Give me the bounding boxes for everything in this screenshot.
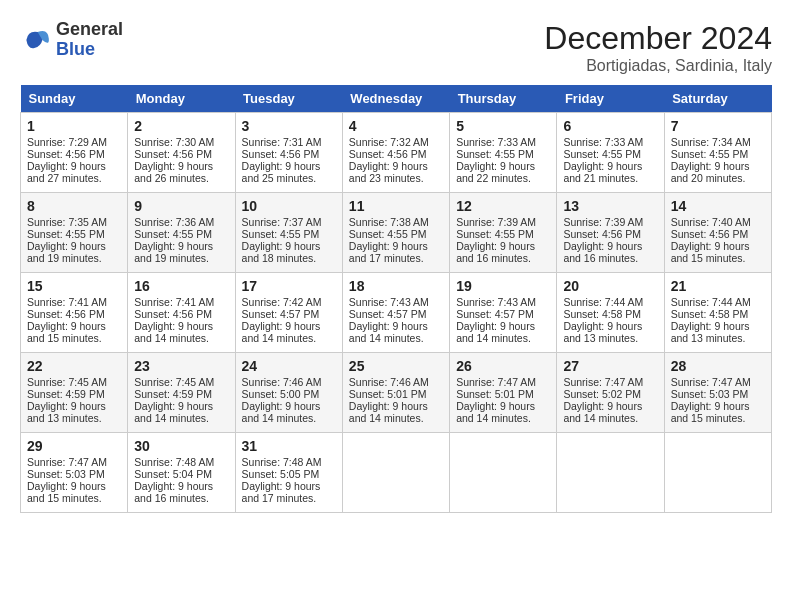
day-info: Sunset: 4:58 PM — [563, 308, 657, 320]
day-info: Sunset: 4:56 PM — [671, 228, 765, 240]
day-info: Sunset: 4:57 PM — [456, 308, 550, 320]
day-number: 1 — [27, 118, 121, 134]
column-header-friday: Friday — [557, 85, 664, 113]
column-header-saturday: Saturday — [664, 85, 771, 113]
day-info: Sunset: 4:55 PM — [563, 148, 657, 160]
day-info: and 14 minutes. — [242, 332, 336, 344]
day-number: 20 — [563, 278, 657, 294]
day-info: and 14 minutes. — [242, 412, 336, 424]
day-info: Daylight: 9 hours — [134, 320, 228, 332]
day-info: Sunset: 4:55 PM — [134, 228, 228, 240]
day-info: Daylight: 9 hours — [242, 400, 336, 412]
day-info: Sunrise: 7:38 AM — [349, 216, 443, 228]
day-info: Daylight: 9 hours — [671, 160, 765, 172]
day-info: Daylight: 9 hours — [671, 240, 765, 252]
calendar-cell: 6Sunrise: 7:33 AMSunset: 4:55 PMDaylight… — [557, 113, 664, 193]
day-info: Sunset: 4:56 PM — [563, 228, 657, 240]
day-number: 22 — [27, 358, 121, 374]
day-info: Sunset: 4:56 PM — [27, 308, 121, 320]
day-number: 26 — [456, 358, 550, 374]
calendar-cell: 4Sunrise: 7:32 AMSunset: 4:56 PMDaylight… — [342, 113, 449, 193]
day-info: Sunset: 5:03 PM — [671, 388, 765, 400]
day-info: Sunrise: 7:47 AM — [563, 376, 657, 388]
day-number: 30 — [134, 438, 228, 454]
day-info: Daylight: 9 hours — [134, 160, 228, 172]
day-info: Sunrise: 7:32 AM — [349, 136, 443, 148]
week-row-3: 15Sunrise: 7:41 AMSunset: 4:56 PMDayligh… — [21, 273, 772, 353]
week-row-1: 1Sunrise: 7:29 AMSunset: 4:56 PMDaylight… — [21, 113, 772, 193]
calendar-cell: 16Sunrise: 7:41 AMSunset: 4:56 PMDayligh… — [128, 273, 235, 353]
calendar-cell: 3Sunrise: 7:31 AMSunset: 4:56 PMDaylight… — [235, 113, 342, 193]
day-info: and 15 minutes. — [27, 332, 121, 344]
day-info: Sunrise: 7:48 AM — [134, 456, 228, 468]
day-info: Sunset: 5:05 PM — [242, 468, 336, 480]
day-number: 25 — [349, 358, 443, 374]
day-info: Sunset: 4:55 PM — [349, 228, 443, 240]
day-info: and 13 minutes. — [27, 412, 121, 424]
week-row-5: 29Sunrise: 7:47 AMSunset: 5:03 PMDayligh… — [21, 433, 772, 513]
day-info: Daylight: 9 hours — [242, 240, 336, 252]
day-info: Daylight: 9 hours — [349, 400, 443, 412]
day-info: Sunrise: 7:30 AM — [134, 136, 228, 148]
day-info: and 19 minutes. — [27, 252, 121, 264]
day-info: Sunset: 4:55 PM — [456, 228, 550, 240]
day-number: 12 — [456, 198, 550, 214]
day-info: and 21 minutes. — [563, 172, 657, 184]
day-info: and 13 minutes. — [563, 332, 657, 344]
column-header-sunday: Sunday — [21, 85, 128, 113]
day-number: 16 — [134, 278, 228, 294]
day-info: and 15 minutes. — [671, 252, 765, 264]
day-info: Sunset: 4:55 PM — [242, 228, 336, 240]
day-info: Daylight: 9 hours — [456, 320, 550, 332]
day-info: and 17 minutes. — [242, 492, 336, 504]
day-info: Sunset: 4:56 PM — [134, 148, 228, 160]
logo-line2: Blue — [56, 40, 123, 60]
day-info: Daylight: 9 hours — [242, 160, 336, 172]
calendar-cell: 1Sunrise: 7:29 AMSunset: 4:56 PMDaylight… — [21, 113, 128, 193]
day-number: 27 — [563, 358, 657, 374]
day-info: Sunrise: 7:43 AM — [456, 296, 550, 308]
calendar-cell: 29Sunrise: 7:47 AMSunset: 5:03 PMDayligh… — [21, 433, 128, 513]
calendar-cell: 19Sunrise: 7:43 AMSunset: 4:57 PMDayligh… — [450, 273, 557, 353]
day-number: 9 — [134, 198, 228, 214]
day-number: 8 — [27, 198, 121, 214]
calendar-cell: 17Sunrise: 7:42 AMSunset: 4:57 PMDayligh… — [235, 273, 342, 353]
header-row: SundayMondayTuesdayWednesdayThursdayFrid… — [21, 85, 772, 113]
calendar-cell: 13Sunrise: 7:39 AMSunset: 4:56 PMDayligh… — [557, 193, 664, 273]
day-info: and 20 minutes. — [671, 172, 765, 184]
calendar-cell: 31Sunrise: 7:48 AMSunset: 5:05 PMDayligh… — [235, 433, 342, 513]
day-number: 29 — [27, 438, 121, 454]
day-info: and 16 minutes. — [563, 252, 657, 264]
day-number: 28 — [671, 358, 765, 374]
day-info: Daylight: 9 hours — [349, 240, 443, 252]
day-info: Sunrise: 7:48 AM — [242, 456, 336, 468]
day-info: and 14 minutes. — [349, 412, 443, 424]
calendar-cell: 11Sunrise: 7:38 AMSunset: 4:55 PMDayligh… — [342, 193, 449, 273]
day-info: Sunrise: 7:47 AM — [671, 376, 765, 388]
calendar-cell: 15Sunrise: 7:41 AMSunset: 4:56 PMDayligh… — [21, 273, 128, 353]
day-info: Daylight: 9 hours — [27, 240, 121, 252]
day-info: Daylight: 9 hours — [134, 400, 228, 412]
calendar-cell: 14Sunrise: 7:40 AMSunset: 4:56 PMDayligh… — [664, 193, 771, 273]
day-info: Daylight: 9 hours — [563, 400, 657, 412]
day-info: Sunset: 4:55 PM — [27, 228, 121, 240]
day-info: Sunset: 4:55 PM — [671, 148, 765, 160]
day-number: 7 — [671, 118, 765, 134]
day-info: Daylight: 9 hours — [134, 480, 228, 492]
day-info: Sunset: 4:58 PM — [671, 308, 765, 320]
calendar-cell: 9Sunrise: 7:36 AMSunset: 4:55 PMDaylight… — [128, 193, 235, 273]
day-info: Sunset: 5:04 PM — [134, 468, 228, 480]
day-info: and 16 minutes. — [456, 252, 550, 264]
day-info: Sunrise: 7:47 AM — [27, 456, 121, 468]
day-info: Sunrise: 7:44 AM — [671, 296, 765, 308]
title-block: December 2024 Bortigiadas, Sardinia, Ita… — [544, 20, 772, 75]
day-info: Sunset: 5:02 PM — [563, 388, 657, 400]
calendar-cell: 20Sunrise: 7:44 AMSunset: 4:58 PMDayligh… — [557, 273, 664, 353]
day-number: 15 — [27, 278, 121, 294]
page-header: General Blue December 2024 Bortigiadas, … — [20, 20, 772, 75]
day-info: Daylight: 9 hours — [563, 160, 657, 172]
day-info: and 26 minutes. — [134, 172, 228, 184]
calendar-cell: 26Sunrise: 7:47 AMSunset: 5:01 PMDayligh… — [450, 353, 557, 433]
day-info: and 15 minutes. — [671, 412, 765, 424]
day-info: Daylight: 9 hours — [563, 320, 657, 332]
